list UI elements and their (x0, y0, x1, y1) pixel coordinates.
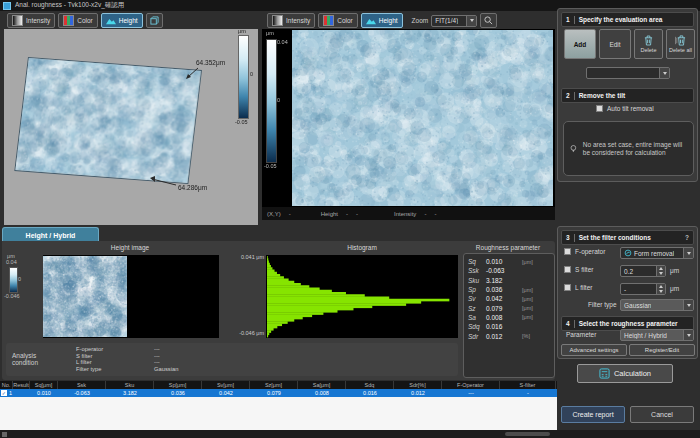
advanced-settings-button[interactable]: Advanced settings (561, 344, 627, 356)
help-icon[interactable]: ? (685, 234, 689, 241)
colorbar2d-unit: μm (266, 30, 274, 36)
viewer2d-toolbar: Intensity Color Height Zoom FIT(1/4) (267, 13, 497, 28)
form-removal-icon (624, 249, 632, 257)
colorbar3d-mid: 0 (250, 71, 253, 77)
filter-type-select[interactable]: Gaussian (620, 299, 694, 311)
table-header-cell[interactable]: S-filter (500, 381, 556, 389)
roughness-row: Ssk-0.063 (464, 266, 554, 275)
intensity-button-2d[interactable]: Intensity (267, 13, 315, 28)
view-3d-button[interactable] (146, 13, 163, 28)
dropdown-arrow-icon (466, 16, 476, 26)
table-header-cell[interactable]: Sp[μm] (154, 381, 202, 389)
evaluation-buttons: Add Edit Delete Delete all (564, 29, 695, 59)
register-edit-button[interactable]: Register/Edit (629, 344, 695, 356)
f-operator-select[interactable]: Form removal (620, 247, 694, 259)
calculator-icon (599, 368, 610, 379)
scrollbar-thumb[interactable] (505, 432, 550, 436)
create-report-button[interactable]: Create report (561, 406, 625, 423)
table-header-cell[interactable]: Sku (106, 381, 154, 389)
section-2-header: 2 Remove the tilt (561, 88, 694, 103)
status-intensity-label: Intensity (394, 211, 416, 217)
table-cell: ✓1 (0, 389, 13, 397)
s-filter-row: S filter (564, 266, 593, 273)
color-icon (323, 15, 334, 26)
histogram-box (266, 255, 458, 338)
auto-tilt-checkbox[interactable] (596, 105, 603, 112)
table-header-cell[interactable]: No. (0, 381, 13, 389)
height-image-colorbar (9, 267, 18, 293)
table-header-cell[interactable]: Result (13, 381, 30, 389)
magnifier-icon (484, 16, 493, 25)
scrollbar-corner-icon (2, 432, 7, 437)
cancel-button[interactable]: Cancel (630, 406, 694, 423)
status-height-label: Height (321, 211, 338, 217)
spinner-icon[interactable] (656, 266, 665, 276)
lightbulb-icon (570, 141, 577, 157)
delete-button[interactable]: Delete (634, 29, 663, 59)
surface-3d-viewport[interactable]: 64.352μm 64.286μm μm 0 -0.05 (4, 29, 258, 225)
histogram-top-label: 0.041 μm (230, 254, 264, 260)
s-filter-input[interactable]: 0.2 (620, 265, 666, 277)
magnifier-button[interactable] (480, 13, 497, 28)
table-cell: 0.012 (394, 389, 442, 397)
l-filter-unit: μm (670, 285, 679, 292)
height-map-canvas (292, 30, 553, 206)
depth-axis-label: 64.286μm (178, 184, 207, 191)
filter-type-label: Filter type (588, 301, 617, 308)
s-filter-checkbox[interactable] (564, 266, 571, 273)
table-header-cell[interactable]: Sz[μm] (250, 381, 298, 389)
section-1-header: 1 Specify the evaluation area (561, 12, 694, 27)
intensity-icon (272, 15, 283, 26)
color-button[interactable]: Color (58, 13, 98, 28)
horizontal-scrollbar[interactable] (0, 430, 700, 438)
intensity-button[interactable]: Intensity (7, 13, 55, 28)
table-cell: 0.010 (30, 389, 58, 397)
calculation-button[interactable]: Calculation (577, 364, 673, 383)
viewer2d-statusbar: (X,Y) - Height - - Intensity - - (262, 207, 555, 220)
edit-button[interactable]: Edit (599, 29, 631, 59)
delete-all-button[interactable]: Delete all (666, 29, 695, 59)
table-header-cell[interactable]: Sq[μm] (30, 381, 58, 389)
width-axis-label: 64.352μm (196, 59, 225, 66)
area-select[interactable] (586, 67, 670, 79)
analysis-condition-rows: F-operator---S filter---L filter---Filte… (76, 346, 179, 372)
colorbar-3d (238, 35, 249, 119)
table-header-cell[interactable]: F-Operator (442, 381, 500, 389)
table-header-cell[interactable]: Sdq (346, 381, 394, 389)
hint-box: No area set case, entire image will be c… (563, 121, 694, 176)
spinner-icon[interactable] (656, 284, 665, 294)
height-button-2d[interactable]: Height (361, 13, 403, 28)
section-3-header: 3 Set the filter conditions ? (561, 230, 694, 245)
histogram-bottom-label: -0.046 μm (226, 330, 264, 336)
table-header-cell[interactable]: Sa[μm] (298, 381, 346, 389)
roughness-row: Sp0.036[μm] (464, 285, 554, 294)
dropdown-arrow-icon (683, 330, 693, 340)
table-header-cell[interactable]: Sdr[%] (394, 381, 442, 389)
colorbar2d-bottom: -0.05 (264, 163, 277, 169)
dropdown-arrow-icon (683, 300, 693, 310)
roughness-row: Sa0.008[μm] (464, 313, 554, 322)
zoom-select[interactable]: FIT(1/4) (431, 15, 477, 27)
tab-height-hybrid[interactable]: Height / Hybrid (2, 227, 99, 242)
add-button[interactable]: Add (564, 29, 596, 59)
height-button[interactable]: Height (101, 13, 143, 28)
height-map-viewport[interactable]: μm 0.04 0 -0.05 (262, 29, 555, 207)
histogram-chart (266, 255, 458, 338)
hi-colorbar-bottom: -0.046 (4, 293, 20, 299)
l-filter-checkbox[interactable] (564, 284, 571, 291)
height-image-title: Height image (42, 244, 218, 251)
parameter-select[interactable]: Height / Hybrid (620, 329, 694, 341)
roughness-row: Sq0.010[μm] (464, 257, 554, 266)
f-operator-checkbox[interactable] (564, 248, 571, 255)
roughness-parameter-box: Sq0.010[μm]Ssk-0.063Sku3.182Sp0.036[μm]S… (463, 253, 555, 378)
table-header-cell[interactable]: Ssk (58, 381, 106, 389)
row-checkbox[interactable]: ✓ (1, 390, 7, 396)
results-table-row-selected[interactable]: ✓10.010-0.0633.1820.0360.0420.0790.0080.… (0, 389, 557, 397)
l-filter-input[interactable]: - (620, 283, 666, 295)
roughness-row: Sz0.079[μm] (464, 303, 554, 312)
color-button-2d[interactable]: Color (318, 13, 358, 28)
height-image-canvas (43, 256, 127, 337)
table-cell: 0.036 (154, 389, 202, 397)
table-header-cell[interactable]: Sv[μm] (202, 381, 250, 389)
status-xy-label: (X,Y) (267, 211, 281, 217)
